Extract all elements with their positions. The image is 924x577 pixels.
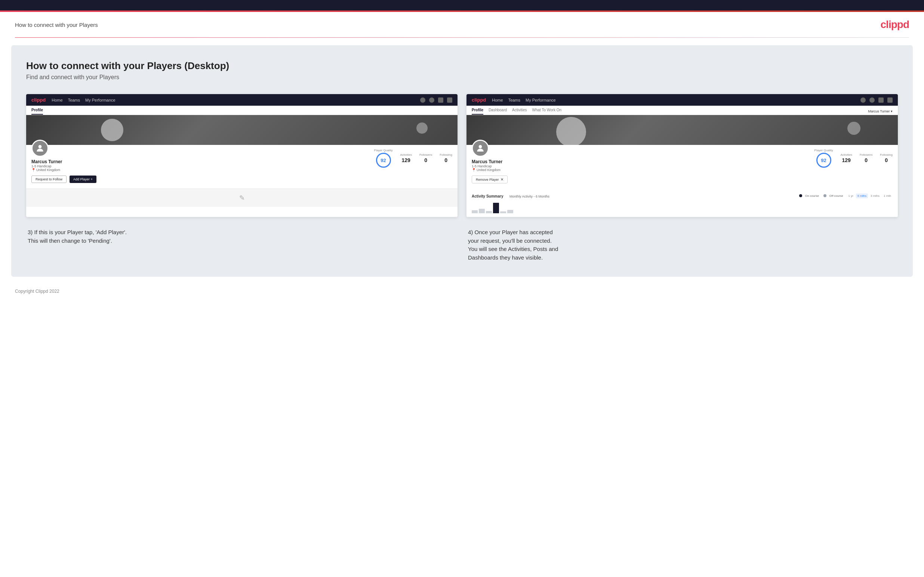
activities-value-left: 129 [402, 157, 410, 163]
mock-profile-stats-left: Player Quality 92 Activities 129 Followe… [374, 148, 452, 168]
tab-profile-right[interactable]: Profile [472, 108, 483, 114]
breadcrumb: How to connect with your Players [15, 22, 98, 28]
activity-header-left: Activity Summary Monthly Activity - 6 Mo… [472, 192, 549, 199]
mock-logo-left: clippd [31, 97, 45, 103]
tab-activities-right[interactable]: Activities [512, 108, 527, 114]
location-text-left: United Kingdom [36, 168, 60, 172]
tab-whattoon-right[interactable]: What To Work On [532, 108, 562, 114]
activity-legend: On course Off course [799, 194, 843, 198]
location-text-right: United Kingdom [477, 168, 501, 172]
add-player-btn-left[interactable]: Add Player + [69, 176, 97, 183]
quality-label-left: Player Quality [374, 148, 393, 152]
time-btn-3mths[interactable]: 3 mths [869, 193, 881, 198]
following-label-left: Following [439, 153, 452, 156]
svg-point-0 [39, 145, 42, 148]
banner-circle-r2 [847, 122, 861, 135]
time-btn-6mths[interactable]: 6 mths [856, 193, 868, 198]
stat-followers-right: Followers 0 [860, 153, 872, 163]
mock-nav-icons-left [420, 97, 452, 103]
nav-teams-right: Teams [508, 98, 520, 102]
screenshot-left: clippd Home Teams My Performance Profile [26, 94, 457, 217]
stat-quality-left: Player Quality 92 [374, 148, 393, 168]
mock-profile-info-row-right: Marcus Turner 1-5 Handicap 📍 United King… [472, 148, 893, 184]
player-name-right: Marcus Turner [472, 159, 809, 164]
mock-profile-section-left: Marcus Turner 1-5 Handicap 📍 United King… [26, 145, 457, 188]
time-btn-1yr[interactable]: 1 yr [847, 193, 855, 198]
stat-quality-right: Player Quality 92 [814, 148, 833, 168]
mock-profile-left: Marcus Turner 1-5 Handicap 📍 United King… [31, 148, 368, 183]
settings-icon-right [879, 97, 884, 103]
bar-3 [486, 211, 492, 213]
mock-nav-items-left: Home Teams My Performance [52, 98, 414, 102]
edit-icon-left: ✎ [239, 194, 245, 202]
header: How to connect with your Players clippd [0, 12, 924, 37]
mock-nav-items-right: Home Teams My Performance [492, 98, 855, 102]
nav-home-right: Home [492, 98, 503, 102]
copyright-text: Copyright Clippd 2022 [15, 288, 60, 294]
mock-banner-img-right [467, 115, 898, 145]
stat-activities-right: Activities 129 [840, 153, 852, 163]
following-value-left: 0 [444, 157, 447, 163]
following-label-right: Following [880, 153, 893, 156]
user-icon-right [869, 97, 875, 103]
mock-tabs-right-left: Profile Dashboard Activities What To Wor… [472, 108, 561, 114]
time-btn-1mth[interactable]: 1 mth [882, 193, 893, 198]
handicap-left: 1-5 Handicap [31, 164, 368, 168]
on-course-label: On course [805, 194, 819, 198]
btn-row-right: Remove Player ✕ [472, 176, 809, 184]
mock-footer-left: ✎ [26, 188, 457, 207]
handicap-right: 1-5 Handicap [472, 164, 809, 168]
mock-tabs-left: Profile [26, 106, 457, 115]
avatar-icon-svg-left [35, 143, 45, 153]
activities-label-right: Activities [840, 153, 852, 156]
on-course-dot [799, 194, 802, 197]
quality-circle-right: 92 [816, 153, 831, 168]
stat-activities-left: Activities 129 [400, 153, 412, 163]
banner-circle-r1 [556, 117, 586, 145]
tab-profile-left[interactable]: Profile [31, 108, 43, 114]
user-dropdown-right[interactable]: Marcus Turner ▾ [868, 110, 893, 113]
mock-banner-right [467, 115, 898, 145]
quality-circle-left: 92 [376, 153, 391, 168]
user-icon-left [429, 97, 435, 103]
main-content: How to connect with your Players (Deskto… [11, 45, 913, 277]
remove-x-icon: ✕ [501, 177, 504, 182]
mock-activity-right: Activity Summary Monthly Activity - 6 Mo… [467, 189, 898, 217]
player-name-left: Marcus Turner [31, 159, 368, 164]
banner-circle-1 [101, 119, 123, 141]
stat-followers-left: Followers 0 [419, 153, 432, 163]
followers-label-right: Followers [860, 153, 872, 156]
nav-home-left: Home [52, 98, 62, 102]
clippd-logo: clippd [880, 19, 909, 31]
mock-profile-info-row-left: Marcus Turner 1-5 Handicap 📍 United King… [31, 148, 452, 183]
activity-header-right: Activity Summary Monthly Activity - 6 Mo… [472, 192, 893, 199]
remove-player-btn-right[interactable]: Remove Player ✕ [472, 176, 507, 184]
mock-nav-icons-right [861, 97, 893, 103]
avatar-icon-left [447, 97, 452, 103]
mock-profile-left-right: Marcus Turner 1-5 Handicap 📍 United King… [472, 148, 809, 184]
off-course-dot [824, 194, 826, 197]
activity-title: Activity Summary [472, 194, 503, 198]
svg-point-1 [479, 145, 482, 148]
caption-left-text: 3) If this is your Player tap, 'Add Play… [27, 228, 456, 245]
mock-profile-stats-right: Player Quality 92 Activities 129 Followe… [814, 148, 893, 168]
quality-label-right: Player Quality [814, 148, 833, 152]
off-course-label: Off course [829, 194, 843, 198]
mock-banner-img-left [26, 115, 457, 145]
bar-5 [500, 211, 506, 213]
nav-myperformance-right: My Performance [525, 98, 556, 102]
mock-banner-left [26, 115, 457, 145]
location-left: 📍 United Kingdom [31, 168, 368, 172]
following-value-right: 0 [885, 157, 888, 163]
activities-label-left: Activities [400, 153, 412, 156]
location-pin-left: 📍 [31, 168, 36, 172]
search-icon-left [420, 97, 425, 103]
caption-left: 3) If this is your Player tap, 'Add Play… [26, 228, 457, 262]
request-follow-btn-left[interactable]: Request to Follow [31, 176, 66, 183]
activities-value-right: 129 [842, 157, 851, 163]
location-right: 📍 United Kingdom [472, 168, 809, 172]
tab-dashboard-right[interactable]: Dashboard [489, 108, 507, 114]
avatar-right [472, 140, 489, 157]
time-btns: 1 yr 6 mths 3 mths 1 mth [847, 193, 893, 198]
mock-nav-right: clippd Home Teams My Performance [467, 94, 898, 106]
